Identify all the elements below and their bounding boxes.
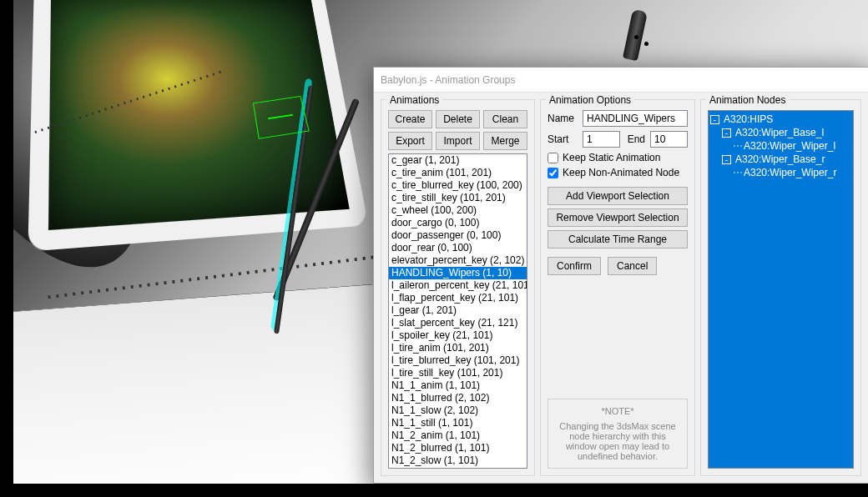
remove-viewport-selection-button[interactable]: Remove Viewport Selection — [548, 208, 688, 227]
list-item[interactable]: door_rear (0, 100) — [389, 242, 527, 254]
list-item[interactable]: door_cargo (0, 100) — [389, 217, 527, 229]
list-item[interactable]: c_tire_anim (101, 201) — [389, 167, 527, 179]
add-viewport-selection-button[interactable]: Add Viewport Selection — [548, 187, 688, 205]
tree-node[interactable]: ⋯A320:Wiper_Wiper_l — [709, 139, 853, 153]
collapse-icon[interactable]: - — [710, 115, 719, 124]
animation-list[interactable]: c_gear (1, 201)c_tire_anim (101, 201)c_t… — [388, 153, 527, 469]
node-tree[interactable]: -A320:HIPS-A320:Wiper_Base_l⋯A320:Wiper_… — [708, 110, 854, 469]
list-item[interactable]: l_aileron_percent_key (21, 101) — [389, 279, 527, 292]
list-item[interactable]: l_gear (1, 201) — [389, 304, 527, 317]
list-item[interactable]: l_tire_still_key (101, 201) — [389, 367, 527, 379]
tree-node-label: A320:Wiper_Wiper_l — [742, 139, 837, 153]
name-field[interactable] — [583, 110, 688, 127]
tree-node-label: A320:Wiper_Base_r — [734, 153, 826, 166]
tree-node[interactable]: ⋯A320:Wiper_Wiper_r — [709, 166, 853, 179]
note-box: *NOTE* Changing the 3dsMax scene node hi… — [548, 399, 688, 469]
dialog-title: Babylon.js - Animation Groups — [381, 74, 515, 86]
collapse-icon[interactable]: - — [722, 155, 731, 164]
delete-button[interactable]: Delete — [436, 110, 480, 128]
tree-leaf-icon: ⋯ — [734, 139, 742, 153]
list-item[interactable]: N1_1_anim (1, 101) — [389, 379, 527, 392]
cancel-button[interactable]: Cancel — [608, 257, 657, 275]
merge-button[interactable]: Merge — [483, 132, 527, 150]
panel-label: Animation Options — [546, 94, 634, 106]
list-item[interactable]: c_gear (1, 201) — [389, 154, 527, 167]
list-item[interactable]: N1_1_blurred (2, 102) — [389, 392, 527, 404]
tree-leaf-icon: ⋯ — [734, 166, 742, 179]
collapse-icon[interactable]: - — [722, 128, 731, 138]
dialog-titlebar[interactable]: Babylon.js - Animation Groups — [374, 68, 868, 93]
confirm-button[interactable]: Confirm — [548, 257, 601, 275]
list-item[interactable]: l_tire_anim (101, 201) — [389, 342, 527, 354]
note-title: *NOTE* — [555, 406, 680, 416]
list-item[interactable]: c_tire_blurred_key (100, 200) — [389, 179, 527, 192]
rivet-dots — [634, 35, 659, 52]
end-label: End — [625, 133, 645, 145]
tree-node-label: A320:HIPS — [722, 113, 775, 126]
list-item[interactable]: l_tire_blurred_key (101, 201) — [389, 354, 527, 367]
tree-node[interactable]: -A320:HIPS — [709, 113, 853, 126]
note-body: Changing the 3dsMax scene node hierarchy… — [555, 421, 680, 461]
animation-groups-dialog: Babylon.js - Animation Groups Animations… — [373, 67, 868, 484]
tree-node[interactable]: -A320:Wiper_Base_l — [709, 126, 853, 139]
list-item[interactable]: c_wheel (100, 200) — [389, 204, 527, 217]
calculate-time-range-button[interactable]: Calculate Time Range — [548, 230, 688, 248]
list-item[interactable]: N1_2_slow (1, 101) — [389, 454, 527, 467]
tree-node-label: A320:Wiper_Wiper_r — [742, 166, 838, 179]
tree-node[interactable]: -A320:Wiper_Base_r — [709, 153, 853, 166]
list-item[interactable]: HANDLING_Wipers (1, 10) — [389, 267, 527, 279]
cockpit-window — [28, 0, 368, 252]
export-button[interactable]: Export — [388, 132, 432, 150]
create-button[interactable]: Create — [388, 110, 432, 128]
clean-button[interactable]: Clean — [483, 110, 527, 128]
panel-label: Animation Nodes — [706, 94, 789, 106]
list-item[interactable]: N1_1_still (1, 101) — [389, 417, 527, 429]
tree-node-label: A320:Wiper_Base_l — [734, 126, 825, 139]
keep-non-animated-label[interactable]: Keep Non-Animated Node — [563, 167, 679, 178]
animation-nodes-panel: Animation Nodes -A320:HIPS-A320:Wiper_Ba… — [700, 99, 861, 476]
list-item[interactable]: c_tire_still_key (101, 201) — [389, 192, 527, 204]
list-item[interactable]: l_flap_percent_key (21, 101) — [389, 292, 527, 304]
end-field[interactable] — [650, 131, 688, 148]
animations-panel: Animations Create Delete Clean Export Im… — [381, 99, 535, 476]
keep-static-label[interactable]: Keep Static Animation — [563, 152, 660, 163]
list-item[interactable]: l_slat_percent_key (21, 121) — [389, 317, 527, 329]
list-item[interactable]: N1_2_still (1, 101) — [389, 467, 527, 469]
start-field[interactable] — [583, 131, 620, 148]
list-item[interactable]: N1_2_anim (1, 101) — [389, 429, 527, 442]
keep-non-animated-checkbox[interactable] — [548, 168, 558, 178]
list-item[interactable]: N1_1_slow (2, 102) — [389, 404, 527, 417]
name-label: Name — [548, 113, 578, 124]
list-item[interactable]: N1_2_blurred (1, 101) — [389, 442, 527, 454]
animation-options-panel: Animation Options Name Start End Keep St… — [540, 99, 695, 476]
keep-static-checkbox[interactable] — [548, 153, 558, 163]
panel-label: Animations — [386, 94, 442, 106]
import-button[interactable]: Import — [436, 132, 480, 150]
list-item[interactable]: l_spoiler_key (21, 101) — [389, 329, 527, 342]
list-item[interactable]: elevator_percent_key (2, 102) — [389, 254, 527, 267]
start-label: Start — [548, 133, 578, 145]
list-item[interactable]: door_passenger (0, 100) — [389, 229, 527, 242]
